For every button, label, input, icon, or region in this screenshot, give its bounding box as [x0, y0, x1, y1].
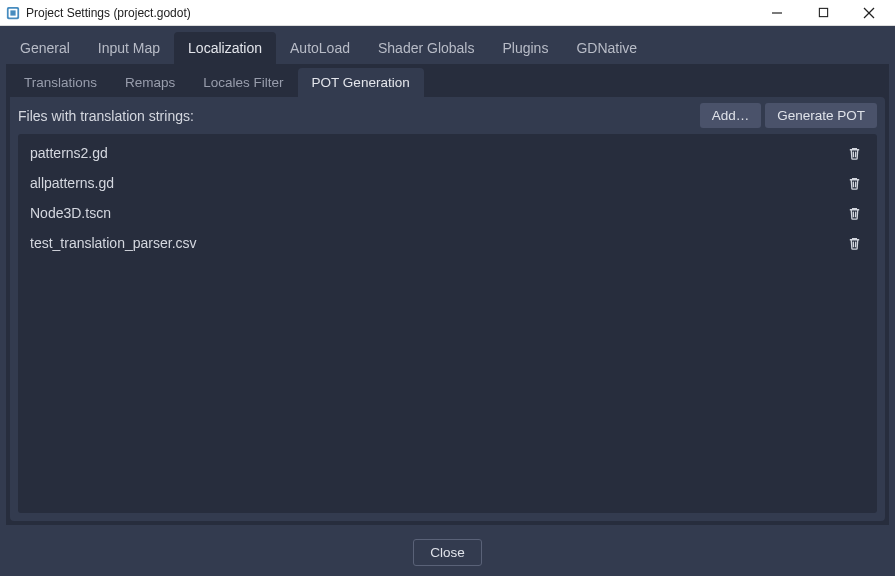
trash-icon[interactable]	[843, 202, 865, 224]
secondary-tab-locales-filter[interactable]: Locales Filter	[189, 68, 297, 97]
file-row[interactable]: test_translation_parser.csv	[18, 228, 877, 258]
secondary-tab-pot-generation[interactable]: POT Generation	[298, 68, 424, 97]
file-row[interactable]: allpatterns.gd	[18, 168, 877, 198]
svg-rect-2	[10, 10, 15, 15]
primary-tab-shader-globals[interactable]: Shader Globals	[364, 32, 489, 64]
primary-tab-autoload[interactable]: AutoLoad	[276, 32, 364, 64]
secondary-tab-translations[interactable]: Translations	[10, 68, 111, 97]
primary-tab-general[interactable]: General	[6, 32, 84, 64]
file-name: Node3D.tscn	[30, 205, 843, 221]
file-row[interactable]: patterns2.gd	[18, 138, 877, 168]
secondary-tab-bar: TranslationsRemapsLocales FilterPOT Gene…	[6, 64, 889, 97]
files-label: Files with translation strings:	[18, 108, 696, 124]
add-button[interactable]: Add…	[700, 103, 762, 128]
trash-icon[interactable]	[843, 172, 865, 194]
file-name: patterns2.gd	[30, 145, 843, 161]
minimize-button[interactable]	[763, 3, 791, 23]
primary-tab-input-map[interactable]: Input Map	[84, 32, 174, 64]
trash-icon[interactable]	[843, 232, 865, 254]
dialog-footer: Close	[0, 531, 895, 576]
localization-panel: TranslationsRemapsLocales FilterPOT Gene…	[6, 64, 889, 525]
primary-tab-bar: GeneralInput MapLocalizationAutoLoadShad…	[0, 26, 895, 64]
file-row[interactable]: Node3D.tscn	[18, 198, 877, 228]
file-name: allpatterns.gd	[30, 175, 843, 191]
generate-pot-button[interactable]: Generate POT	[765, 103, 877, 128]
title-bar: Project Settings (project.godot)	[0, 0, 895, 26]
maximize-button[interactable]	[809, 3, 837, 23]
window-title: Project Settings (project.godot)	[26, 6, 763, 20]
app-icon	[6, 6, 20, 20]
secondary-tab-remaps[interactable]: Remaps	[111, 68, 189, 97]
primary-tab-localization[interactable]: Localization	[174, 32, 276, 64]
primary-tab-gdnative[interactable]: GDNative	[562, 32, 651, 64]
pot-generation-panel: Files with translation strings: Add… Gen…	[10, 97, 885, 521]
svg-rect-4	[819, 8, 827, 16]
file-list: patterns2.gdallpatterns.gdNode3D.tscntes…	[18, 134, 877, 513]
primary-tab-plugins[interactable]: Plugins	[488, 32, 562, 64]
window-controls	[763, 3, 889, 23]
close-button[interactable]: Close	[413, 539, 482, 566]
close-window-button[interactable]	[855, 3, 883, 23]
trash-icon[interactable]	[843, 142, 865, 164]
pot-toolbar: Files with translation strings: Add… Gen…	[10, 97, 885, 134]
app-body: GeneralInput MapLocalizationAutoLoadShad…	[0, 26, 895, 576]
file-name: test_translation_parser.csv	[30, 235, 843, 251]
